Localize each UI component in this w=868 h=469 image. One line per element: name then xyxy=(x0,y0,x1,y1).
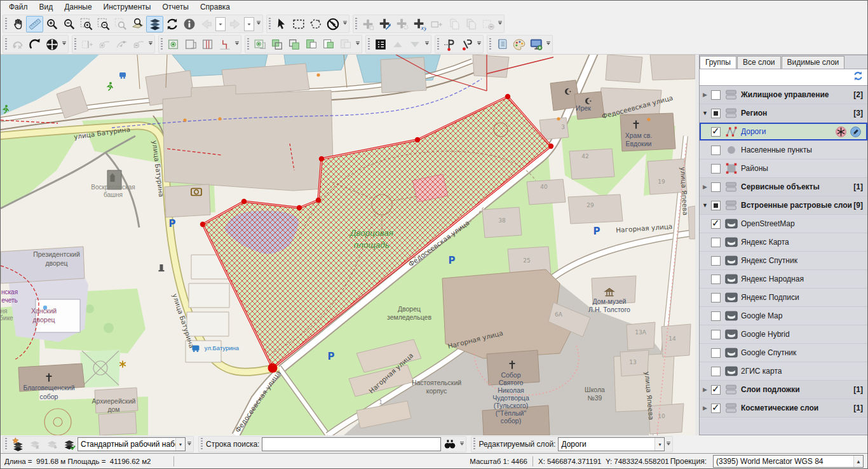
zoom-out-rect-button[interactable] xyxy=(95,16,112,32)
map-canvas[interactable]: улица Батуринаулица Батуринаулица Батури… xyxy=(1,55,695,435)
toolbar-grip[interactable] xyxy=(5,18,7,31)
area-create-button[interactable] xyxy=(251,36,268,53)
area-union-button[interactable] xyxy=(268,36,285,53)
create-line-button[interactable] xyxy=(376,16,393,32)
expand-arrow-icon[interactable]: ▶ xyxy=(700,405,710,411)
snap-node-button[interactable] xyxy=(458,36,475,53)
layer-row-районы[interactable]: Районы xyxy=(700,160,867,178)
attr-table-button[interactable] xyxy=(372,36,389,53)
combo-arrow-up-icon[interactable]: ▲ xyxy=(853,456,863,467)
layer-checkbox[interactable] xyxy=(711,219,721,229)
layer-checkbox[interactable] xyxy=(711,311,721,321)
toolbar-grip[interactable] xyxy=(355,18,357,31)
toolbar-overflow-icon[interactable] xyxy=(234,37,240,51)
toolbar-overflow-icon[interactable] xyxy=(355,37,361,51)
layer-row-косметические-слои[interactable]: ▶Косметические слои[1] xyxy=(700,399,867,418)
layer-checkbox[interactable] xyxy=(711,330,721,339)
combo-arrow-icon[interactable]: ▾ xyxy=(175,438,185,451)
workspace-save-button[interactable] xyxy=(60,436,78,452)
layer-row-слои-подложки[interactable]: ▶Слои подложки[1] xyxy=(700,381,867,399)
layer-row-google-спутник[interactable]: Google Спутник xyxy=(700,344,867,362)
toolbar-overflow-icon[interactable] xyxy=(497,17,503,31)
info-button[interactable] xyxy=(180,16,198,32)
toolbar-grip[interactable] xyxy=(269,18,271,31)
pan-hand-button[interactable] xyxy=(9,16,26,32)
snap-line-button[interactable] xyxy=(441,36,458,53)
toolbar-overflow-icon[interactable] xyxy=(665,437,672,451)
zoom-in-rect-button[interactable] xyxy=(78,16,95,32)
menu-data[interactable]: Данные xyxy=(58,1,97,13)
layer-row-сервисные-объекты[interactable]: ▶Сервисные объекты[1] xyxy=(700,178,867,196)
collapse-arrow-icon[interactable]: ▼ xyxy=(700,202,710,208)
topo-columns-button[interactable] xyxy=(199,36,216,53)
layer-checkbox[interactable] xyxy=(711,109,721,118)
expand-arrow-icon[interactable]: ▶ xyxy=(700,92,710,98)
combo-arrow-icon[interactable]: ▾ xyxy=(654,438,664,451)
layer-row-2гис-карта[interactable]: 2ГИС карта xyxy=(700,362,867,381)
area-intersect-button[interactable] xyxy=(285,36,302,53)
select-lasso-button[interactable] xyxy=(307,16,324,32)
toolbar-overflow-icon[interactable] xyxy=(186,437,193,451)
select-rect-button[interactable] xyxy=(290,16,307,32)
layer-row-openstreetmap[interactable]: OpenStreetMap xyxy=(700,215,867,233)
workspace-combo[interactable]: Стандартный рабочий набор ▾ xyxy=(78,437,186,451)
menu-view[interactable]: Вид xyxy=(34,1,59,13)
toolbar-overflow-icon[interactable] xyxy=(459,437,465,451)
toolbar-overflow-icon[interactable] xyxy=(61,37,67,51)
toolbar-overflow-icon[interactable] xyxy=(545,37,552,51)
tab-groups[interactable]: Группы xyxy=(700,56,736,69)
layer-row-дороги[interactable]: Дороги xyxy=(700,123,867,141)
menu-reports[interactable]: Отчеты xyxy=(156,1,194,13)
toolbar-overflow-icon[interactable] xyxy=(255,17,262,31)
layer-checkbox[interactable] xyxy=(711,404,721,413)
menu-help[interactable]: Справка xyxy=(194,1,236,13)
layer-row-яндекс-спутник[interactable]: Яндекс Спутник xyxy=(700,252,867,270)
layer-row-встроенные-растровые-слои[interactable]: ▼Встроенные растровые слои[9] xyxy=(700,196,867,215)
layer-locate-icon[interactable] xyxy=(835,126,847,138)
layer-row-населенные-пункты[interactable]: Населенные пункты xyxy=(700,141,867,160)
journal-button[interactable] xyxy=(493,36,510,53)
dropdown-button[interactable] xyxy=(244,17,254,31)
menu-tools[interactable]: Инструменты xyxy=(98,1,157,13)
toolbar-grip[interactable] xyxy=(5,438,7,451)
expand-arrow-icon[interactable]: ▶ xyxy=(700,184,710,190)
refresh-layers-icon[interactable] xyxy=(852,70,864,85)
refresh-button[interactable] xyxy=(163,16,180,32)
measure-ruler-button[interactable] xyxy=(26,16,43,32)
projection-combo[interactable]: (3395) World Mercator WGS 84 ▲ xyxy=(713,455,864,468)
topo-break-button[interactable] xyxy=(216,36,233,53)
layer-checkbox[interactable] xyxy=(711,146,721,155)
toolbar-grip[interactable] xyxy=(368,38,370,51)
layer-checkbox[interactable] xyxy=(711,385,721,395)
search-binoculars-button[interactable] xyxy=(441,436,458,452)
layers-button[interactable] xyxy=(146,16,163,32)
tab-visible-layers[interactable]: Видимые слои xyxy=(782,56,845,69)
layer-row-яндекс-народная[interactable]: Яндекс Народная xyxy=(700,270,867,289)
layer-checkbox[interactable] xyxy=(711,348,721,358)
dropdown-button[interactable] xyxy=(215,17,226,31)
zoom-lens-button[interactable] xyxy=(129,16,146,32)
toolbar-grip[interactable] xyxy=(473,438,475,451)
topo-shell-button[interactable] xyxy=(182,36,199,53)
rotate-mode-button[interactable] xyxy=(26,36,43,53)
layer-row-google-hybrid[interactable]: Google Hybrid xyxy=(700,325,867,344)
scale-indicator[interactable]: Масштаб 1: 4466 xyxy=(470,458,527,465)
toolbar-overflow-icon[interactable] xyxy=(424,37,430,51)
create-by-coords-button[interactable]: xy xyxy=(410,16,428,32)
edit-layer-combo[interactable]: Дороги ▾ xyxy=(558,437,665,451)
layers-filter-row[interactable] xyxy=(700,69,867,86)
layer-checkbox[interactable] xyxy=(711,275,721,284)
style-palette-button[interactable] xyxy=(510,36,527,53)
toolbar-grip[interactable] xyxy=(74,38,76,51)
toolbar-overflow-icon[interactable] xyxy=(476,37,482,51)
toolbar-grip[interactable] xyxy=(489,38,491,51)
layer-row-яндекс-подписи[interactable]: Яндекс Подписи xyxy=(700,289,867,307)
zoom-in-button[interactable] xyxy=(43,16,60,32)
layer-checkbox[interactable] xyxy=(711,238,721,247)
layer-checkbox[interactable] xyxy=(711,90,721,100)
toolbar-grip[interactable] xyxy=(437,38,439,51)
menu-file[interactable]: Файл xyxy=(3,1,34,13)
layer-checkbox[interactable] xyxy=(711,293,721,302)
tab-all-layers[interactable]: Все слои xyxy=(737,56,781,69)
layer-checkbox[interactable] xyxy=(711,256,721,266)
